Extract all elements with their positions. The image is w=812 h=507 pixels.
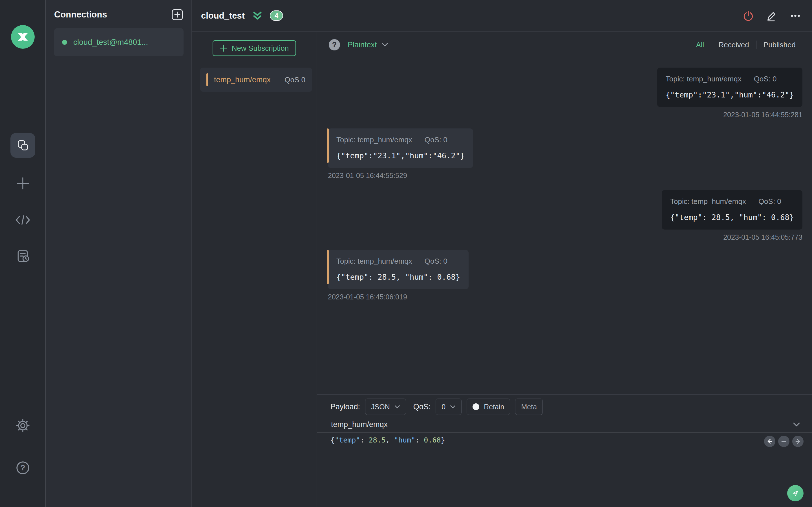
subscription-qos: QoS 0 — [285, 75, 305, 84]
sidebar-item-log[interactable] — [16, 249, 30, 263]
message-card: Topic: temp_hum/emqx QoS: 0 {"temp": 28.… — [328, 250, 469, 289]
message-timestamp: 2023-01-05 16:44:55:281 — [657, 111, 802, 119]
meta-button[interactable]: Meta — [515, 399, 543, 415]
publish-panel: Payload: JSON QoS: 0 — [317, 394, 812, 507]
double-chevron-down-icon[interactable] — [252, 11, 263, 21]
editor-divider — [317, 432, 812, 433]
app-logo — [11, 25, 35, 49]
message-timestamp: 2023-01-05 16:45:06:019 — [328, 293, 469, 301]
subscription-item[interactable]: temp_hum/emqx QoS 0 — [200, 68, 312, 92]
message-published: Topic: temp_hum/emqx QoS: 0 {"temp":"23.… — [657, 68, 802, 119]
message-qos: QoS: 0 — [754, 75, 777, 83]
message-list: Topic: temp_hum/emqx QoS: 0 {"temp":"23.… — [317, 58, 812, 394]
message-received: Topic: temp_hum/emqx QoS: 0 {"temp":"23.… — [328, 128, 473, 180]
retain-dot-icon — [472, 403, 479, 410]
qos-select[interactable]: 0 — [436, 399, 462, 415]
minus-icon — [780, 438, 787, 445]
view-mode-dropdown[interactable]: Plaintext — [348, 41, 388, 49]
message-timestamp: 2023-01-05 16:45:05:773 — [662, 233, 802, 241]
message-card: Topic: temp_hum/emqx QoS: 0 {"temp": 28.… — [662, 190, 802, 230]
main-area: cloud_test 4 — [192, 0, 812, 507]
subscriptions-panel: New Subscription temp_hum/emqx QoS 0 — [192, 32, 317, 507]
message-topic: Topic: temp_hum/emqx — [670, 197, 746, 206]
filter-published[interactable]: Published — [756, 41, 796, 49]
log-icon — [16, 249, 30, 263]
message-card: Topic: temp_hum/emqx QoS: 0 {"temp":"23.… — [328, 128, 473, 168]
more-options-button[interactable] — [790, 10, 801, 22]
connections-icon — [16, 139, 29, 152]
collapse-editor-button[interactable] — [778, 436, 790, 447]
message-topic: Topic: temp_hum/emqx — [336, 135, 412, 144]
payload-format-select[interactable]: JSON — [365, 399, 406, 415]
payload-format-label: Payload: — [331, 402, 360, 411]
mqttx-app: ? Connections cloud_test@m4801... cloud_… — [0, 0, 812, 507]
connections-panel: Connections cloud_test@m4801... — [46, 0, 192, 507]
message-payload: {"temp": 28.5, "hum": 0.68} — [336, 273, 460, 281]
help-button[interactable]: ? — [16, 461, 30, 475]
qos-label: QoS: — [413, 402, 431, 411]
sidebar-item-connections[interactable] — [10, 133, 35, 158]
disconnect-button[interactable] — [743, 10, 754, 21]
message-count-badge: 4 — [270, 10, 283, 21]
message-qos: QoS: 0 — [758, 197, 781, 206]
plus-icon — [16, 176, 30, 190]
connection-item[interactable]: cloud_test@m4801... — [54, 28, 184, 56]
edit-connection-button[interactable] — [766, 10, 777, 22]
connection-title: cloud_test — [201, 11, 245, 21]
messages-toolbar: ? Plaintext All Received Published — [317, 32, 812, 58]
sidebar-item-new-connection[interactable] — [16, 176, 30, 190]
message-nav-buttons — [764, 436, 804, 447]
add-connection-button[interactable] — [171, 8, 184, 21]
plus-icon — [220, 44, 227, 52]
message-payload: {"temp": 28.5, "hum": 0.68} — [670, 213, 794, 222]
message-filters: All Received Published — [689, 41, 796, 49]
settings-button[interactable] — [16, 418, 30, 433]
collapse-panel-chevron[interactable] — [793, 422, 800, 427]
power-icon — [743, 10, 754, 21]
svg-text:?: ? — [20, 463, 25, 472]
prev-message-button[interactable] — [764, 436, 775, 447]
subscription-topic: temp_hum/emqx — [214, 75, 271, 84]
payload-editor[interactable]: {"temp": 28.5, "hum": 0.68} — [331, 436, 812, 444]
sidebar-item-script[interactable] — [15, 214, 31, 226]
message-timestamp: 2023-01-05 16:44:55:529 — [328, 172, 473, 180]
message-topic: Topic: temp_hum/emqx — [336, 257, 412, 266]
paper-plane-icon — [791, 489, 800, 497]
ellipsis-icon — [790, 10, 801, 22]
filter-received[interactable]: Received — [711, 41, 756, 49]
topic-input[interactable] — [331, 420, 793, 429]
message-qos: QoS: 0 — [424, 257, 448, 266]
connection-name: cloud_test@m4801... — [73, 38, 148, 47]
next-message-button[interactable] — [792, 436, 804, 447]
help-circle-icon: ? — [16, 461, 30, 475]
chevron-down-icon — [395, 405, 400, 409]
nav-rail: ? — [0, 0, 46, 507]
connection-header: cloud_test 4 — [192, 0, 812, 32]
subscription-color-bar — [206, 73, 208, 86]
connections-panel-title: Connections — [54, 10, 107, 20]
arrow-right-icon — [795, 438, 801, 445]
chevron-down-icon — [382, 43, 388, 47]
message-qos: QoS: 0 — [424, 135, 448, 144]
filter-all[interactable]: All — [689, 41, 711, 49]
message-payload: {"temp":"23.1","hum":"46.2"} — [336, 151, 465, 160]
message-payload: {"temp":"23.1","hum":"46.2"} — [666, 91, 794, 99]
chevron-down-icon — [450, 405, 456, 409]
retain-toggle[interactable]: Retain — [467, 399, 510, 415]
messages-panel: ? Plaintext All Received Published — [317, 32, 812, 507]
connected-status-dot — [62, 40, 67, 45]
code-icon — [15, 214, 31, 226]
gear-icon — [16, 418, 30, 433]
pencil-icon — [766, 10, 777, 22]
message-card: Topic: temp_hum/emqx QoS: 0 {"temp":"23.… — [657, 68, 802, 107]
message-topic: Topic: temp_hum/emqx — [666, 75, 742, 83]
payload-help-icon[interactable]: ? — [329, 39, 340, 50]
new-subscription-button[interactable]: New Subscription — [213, 40, 296, 56]
message-received: Topic: temp_hum/emqx QoS: 0 {"temp": 28.… — [328, 250, 469, 301]
send-button[interactable] — [787, 485, 804, 501]
arrow-left-icon — [766, 438, 773, 445]
message-published: Topic: temp_hum/emqx QoS: 0 {"temp": 28.… — [662, 190, 802, 241]
